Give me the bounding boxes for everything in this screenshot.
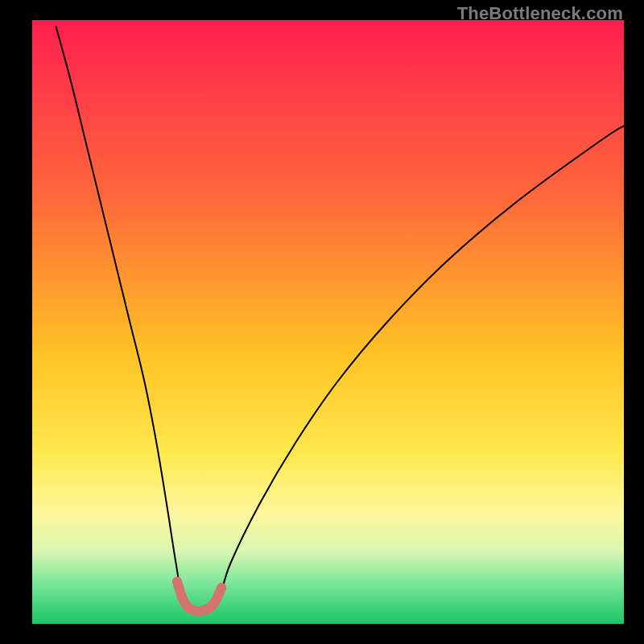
gradient-background bbox=[32, 20, 624, 624]
watermark-label: TheBottleneck.com bbox=[457, 3, 623, 24]
bottleneck-chart bbox=[32, 20, 624, 624]
highlight-dot bbox=[204, 604, 214, 613]
chart-frame: TheBottleneck.com bbox=[0, 0, 644, 644]
highlight-dot bbox=[211, 597, 221, 606]
plot-area bbox=[32, 20, 624, 624]
highlight-dot bbox=[177, 592, 187, 601]
highlight-dot bbox=[172, 577, 182, 587]
highlight-dot bbox=[217, 583, 226, 592]
